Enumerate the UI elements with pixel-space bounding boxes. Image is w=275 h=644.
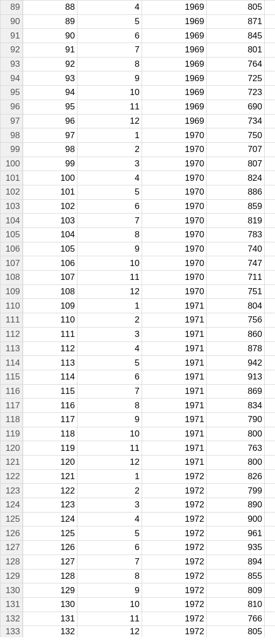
cell[interactable]: 1970 — [142, 128, 207, 143]
cell[interactable] — [265, 313, 276, 328]
cell[interactable] — [265, 498, 276, 513]
row-header[interactable]: 131 — [1, 597, 23, 612]
cell[interactable]: 800 — [207, 456, 265, 470]
cell[interactable] — [265, 441, 276, 456]
cell[interactable]: 2 — [77, 484, 142, 498]
cell[interactable]: 1972 — [142, 597, 207, 612]
cell[interactable] — [265, 555, 276, 569]
row-header[interactable]: 124 — [1, 498, 23, 513]
cell[interactable] — [265, 370, 276, 384]
cell[interactable]: 711 — [207, 271, 265, 285]
cell[interactable]: 871 — [207, 14, 265, 29]
row-header[interactable]: 130 — [1, 583, 23, 598]
cell[interactable]: 1969 — [142, 29, 207, 43]
cell[interactable]: 91 — [23, 43, 77, 58]
cell[interactable]: 11 — [77, 271, 142, 285]
cell[interactable]: 10 — [77, 86, 142, 100]
cell[interactable]: 111 — [23, 327, 77, 342]
cell[interactable]: 7 — [77, 214, 142, 228]
cell[interactable]: 12 — [77, 456, 142, 470]
row-header[interactable]: 123 — [1, 484, 23, 498]
row-header[interactable]: 113 — [1, 342, 23, 356]
cell[interactable]: 751 — [207, 285, 265, 299]
cell[interactable]: 110 — [23, 313, 77, 328]
row-header[interactable]: 114 — [1, 356, 23, 370]
cell[interactable]: 1969 — [142, 114, 207, 128]
cell[interactable]: 961 — [207, 526, 265, 541]
cell[interactable] — [265, 57, 276, 71]
cell[interactable]: 1969 — [142, 14, 207, 29]
cell[interactable]: 878 — [207, 342, 265, 356]
cell[interactable] — [265, 43, 276, 58]
cell[interactable]: 9 — [77, 583, 142, 598]
cell[interactable]: 1970 — [142, 271, 207, 285]
row-header[interactable]: 112 — [1, 327, 23, 342]
cell[interactable]: 9 — [77, 412, 142, 427]
row-header[interactable]: 108 — [1, 271, 23, 285]
cell[interactable] — [265, 342, 276, 356]
cell[interactable]: 104 — [23, 228, 77, 242]
row-header[interactable]: 117 — [1, 399, 23, 413]
cell[interactable]: 6 — [77, 29, 142, 43]
row-header[interactable]: 103 — [1, 199, 23, 214]
cell[interactable]: 12 — [77, 626, 142, 637]
row-header[interactable]: 125 — [1, 512, 23, 526]
cell[interactable] — [265, 327, 276, 342]
cell[interactable]: 763 — [207, 441, 265, 456]
cell[interactable]: 1969 — [142, 57, 207, 71]
cell[interactable] — [265, 285, 276, 299]
row-header[interactable]: 128 — [1, 555, 23, 569]
cell[interactable]: 1972 — [142, 612, 207, 626]
cell[interactable] — [265, 541, 276, 555]
cell[interactable]: 7 — [77, 384, 142, 399]
cell[interactable]: 690 — [207, 100, 265, 114]
cell[interactable]: 106 — [23, 256, 77, 271]
row-header[interactable]: 106 — [1, 242, 23, 256]
cell[interactable] — [265, 271, 276, 285]
cell[interactable]: 10 — [77, 256, 142, 271]
cell[interactable]: 88 — [23, 1, 77, 15]
cell[interactable]: 112 — [23, 342, 77, 356]
row-header[interactable]: 121 — [1, 456, 23, 470]
cell[interactable]: 108 — [23, 285, 77, 299]
cell[interactable]: 1969 — [142, 86, 207, 100]
cell[interactable]: 11 — [77, 441, 142, 456]
row-header[interactable]: 129 — [1, 569, 23, 583]
row-header[interactable]: 95 — [1, 86, 23, 100]
cell[interactable]: 799 — [207, 484, 265, 498]
cell[interactable]: 1971 — [142, 313, 207, 328]
cell[interactable] — [265, 242, 276, 256]
cell[interactable]: 2 — [77, 313, 142, 328]
cell[interactable]: 1971 — [142, 327, 207, 342]
cell[interactable]: 119 — [23, 441, 77, 456]
cell[interactable]: 6 — [77, 541, 142, 555]
cell[interactable] — [265, 583, 276, 598]
cell[interactable] — [265, 142, 276, 157]
cell[interactable]: 1972 — [142, 512, 207, 526]
cell[interactable]: 1971 — [142, 299, 207, 313]
cell[interactable] — [265, 1, 276, 15]
cell[interactable]: 8 — [77, 569, 142, 583]
cell[interactable]: 11 — [77, 612, 142, 626]
row-header[interactable]: 105 — [1, 228, 23, 242]
cell[interactable]: 3 — [77, 157, 142, 171]
cell[interactable]: 4 — [77, 512, 142, 526]
cell[interactable]: 1971 — [142, 342, 207, 356]
cell[interactable] — [265, 526, 276, 541]
row-header[interactable]: 115 — [1, 370, 23, 384]
cell[interactable] — [265, 399, 276, 413]
cell[interactable]: 707 — [207, 142, 265, 157]
cell[interactable]: 129 — [23, 583, 77, 598]
cell[interactable]: 834 — [207, 399, 265, 413]
row-header[interactable]: 126 — [1, 526, 23, 541]
cell[interactable]: 5 — [77, 526, 142, 541]
cell[interactable]: 1972 — [142, 555, 207, 569]
cell[interactable] — [265, 14, 276, 29]
cell[interactable]: 1972 — [142, 498, 207, 513]
row-header[interactable]: 133 — [1, 626, 23, 637]
cell[interactable]: 6 — [77, 199, 142, 214]
cell[interactable]: 107 — [23, 271, 77, 285]
cell[interactable]: 1970 — [142, 256, 207, 271]
cell[interactable] — [265, 512, 276, 526]
cell[interactable]: 766 — [207, 612, 265, 626]
